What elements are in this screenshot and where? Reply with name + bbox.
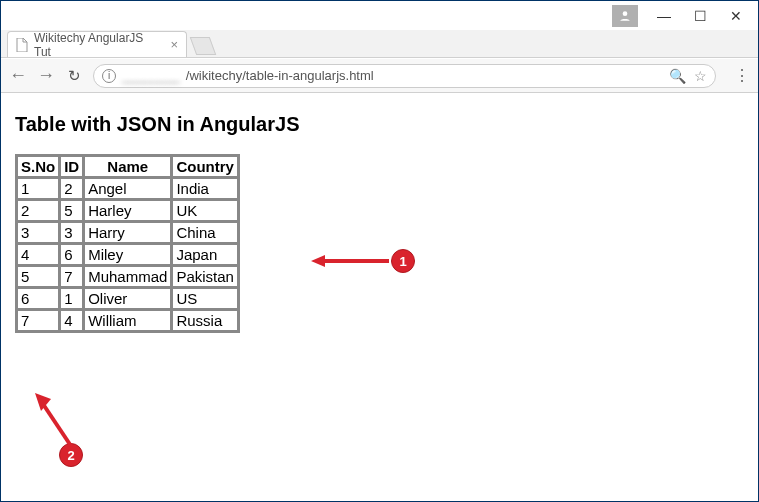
- cell-sno: 1: [17, 178, 59, 199]
- close-button[interactable]: ✕: [718, 2, 754, 30]
- forward-button[interactable]: →: [37, 65, 55, 86]
- cell-sno: 7: [17, 310, 59, 331]
- url-field[interactable]: i ________ /wikitechy/table-in-angularjs…: [93, 64, 716, 88]
- menu-button[interactable]: ⋮: [734, 66, 750, 85]
- svg-point-0: [623, 11, 628, 16]
- window-controls: — ☐ ✕: [612, 2, 754, 30]
- cell-name: Harley: [84, 200, 171, 221]
- cell-country: Pakistan: [172, 266, 238, 287]
- cell-name: Oliver: [84, 288, 171, 309]
- bookmark-icon[interactable]: ☆: [694, 68, 707, 84]
- page-heading: Table with JSON in AngularJS: [15, 113, 744, 136]
- col-name: Name: [84, 156, 171, 177]
- callout-2: 2: [29, 391, 83, 467]
- cell-sno: 5: [17, 266, 59, 287]
- tab-title: Wikitechy AngularJS Tut: [34, 31, 160, 59]
- url-right-icons: 🔍 ☆: [669, 68, 707, 84]
- url-path: /wikitechy/table-in-angularjs.html: [186, 68, 374, 83]
- svg-marker-4: [35, 393, 51, 411]
- table-row: 12AngelIndia: [17, 178, 238, 199]
- tab-strip: Wikitechy AngularJS Tut ×: [1, 30, 758, 58]
- cell-country: US: [172, 288, 238, 309]
- back-button[interactable]: ←: [9, 65, 27, 86]
- page-icon: [16, 38, 28, 52]
- svg-marker-2: [311, 255, 325, 267]
- cell-country: Japan: [172, 244, 238, 265]
- cell-name: Muhammad: [84, 266, 171, 287]
- callout-1: 1: [311, 249, 415, 273]
- cell-id: 7: [60, 266, 83, 287]
- cell-id: 3: [60, 222, 83, 243]
- cell-country: Russia: [172, 310, 238, 331]
- arrow-icon: [31, 391, 81, 451]
- cell-id: 2: [60, 178, 83, 199]
- window-titlebar: — ☐ ✕: [1, 1, 758, 31]
- cell-name: Angel: [84, 178, 171, 199]
- col-id: ID: [60, 156, 83, 177]
- address-bar: ← → ↻ i ________ /wikitechy/table-in-ang…: [1, 59, 758, 93]
- browser-tab[interactable]: Wikitechy AngularJS Tut ×: [7, 31, 187, 57]
- reload-button[interactable]: ↻: [65, 67, 83, 85]
- cell-id: 5: [60, 200, 83, 221]
- cell-id: 4: [60, 310, 83, 331]
- site-info-icon[interactable]: i: [102, 69, 116, 83]
- cell-sno: 3: [17, 222, 59, 243]
- cell-id: 6: [60, 244, 83, 265]
- maximize-button[interactable]: ☐: [682, 2, 718, 30]
- new-tab-button[interactable]: [190, 37, 217, 55]
- table-row: 57MuhammadPakistan: [17, 266, 238, 287]
- minimize-button[interactable]: —: [646, 2, 682, 30]
- cell-country: UK: [172, 200, 238, 221]
- url-host-blurred: ________: [122, 68, 180, 83]
- table-row: 74WilliamRussia: [17, 310, 238, 331]
- callout-badge-1: 1: [391, 249, 415, 273]
- col-sno: S.No: [17, 156, 59, 177]
- tab-close-icon[interactable]: ×: [170, 37, 178, 52]
- cell-name: Miley: [84, 244, 171, 265]
- table-row: 25HarleyUK: [17, 200, 238, 221]
- cell-name: William: [84, 310, 171, 331]
- cell-sno: 6: [17, 288, 59, 309]
- cell-id: 1: [60, 288, 83, 309]
- cell-sno: 2: [17, 200, 59, 221]
- zoom-icon[interactable]: 🔍: [669, 68, 686, 84]
- page-content: Table with JSON in AngularJS S.No ID Nam…: [1, 93, 758, 347]
- cell-name: Harry: [84, 222, 171, 243]
- table-header-row: S.No ID Name Country: [17, 156, 238, 177]
- table-row: 46MileyJapan: [17, 244, 238, 265]
- table-row: 61OliverUS: [17, 288, 238, 309]
- arrow-icon: [311, 251, 391, 271]
- cell-sno: 4: [17, 244, 59, 265]
- col-country: Country: [172, 156, 238, 177]
- cell-country: India: [172, 178, 238, 199]
- table-row: 33HarryChina: [17, 222, 238, 243]
- data-table: S.No ID Name Country 12AngelIndia25Harle…: [15, 154, 240, 333]
- cell-country: China: [172, 222, 238, 243]
- svg-line-3: [41, 401, 71, 446]
- user-icon[interactable]: [612, 5, 638, 27]
